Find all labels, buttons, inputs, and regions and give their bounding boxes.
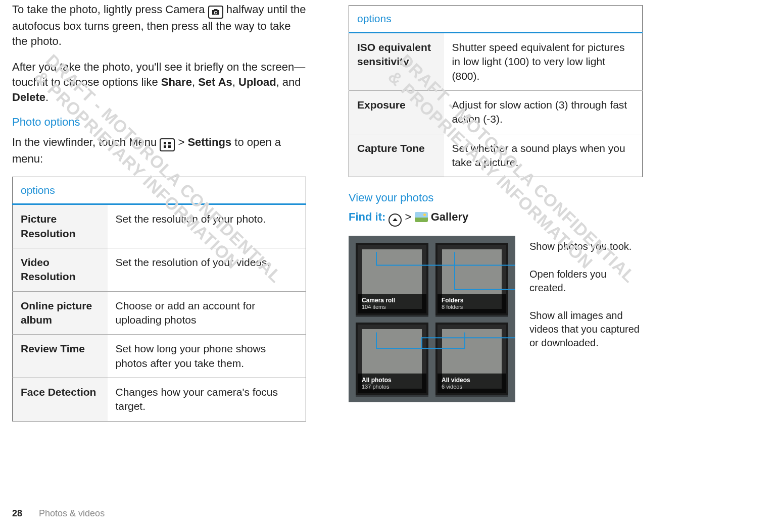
- section-heading: Photo options: [12, 116, 306, 129]
- annotation: Open folders you created.: [529, 268, 643, 295]
- option-desc: Shutter speed equivalent for pictures in…: [444, 33, 643, 91]
- table-header: options: [13, 177, 306, 204]
- option-desc: Set how long your phone shows photos aft…: [108, 335, 306, 378]
- option-desc: Choose or add an account for uploading p…: [108, 291, 306, 335]
- svg-rect-5: [168, 145, 171, 148]
- option-desc: Set the resolution of your videos.: [108, 248, 306, 291]
- svg-point-1: [215, 12, 217, 14]
- page-footer: 28 Photos & videos: [12, 508, 105, 519]
- table-row: Picture Resolution Set the resolution of…: [13, 204, 306, 248]
- option-desc: Adjust for slow action (3) through fast …: [444, 91, 643, 134]
- find-it-label: Find it:: [349, 210, 385, 223]
- gallery-tile-all-videos: All videos 6 videos: [435, 323, 508, 395]
- tile-title: All videos: [442, 377, 502, 384]
- tile-title: Camera roll: [362, 297, 422, 304]
- text: To take the photo, lightly press Camera: [12, 3, 208, 16]
- table-row: Exposure Adjust for slow action (3) thro…: [349, 91, 643, 134]
- table-row: Face Detection Changes how your camera's…: [13, 378, 306, 421]
- table-row: Online picture album Choose or add an ac…: [13, 291, 306, 335]
- bold-text: Share: [161, 76, 192, 88]
- gallery-tile-folders: Folders 8 folders: [435, 243, 508, 315]
- gallery-icon: [415, 212, 428, 222]
- option-name: ISO equivalent sensitivity: [349, 33, 444, 91]
- text: >: [405, 210, 415, 223]
- tile-subtitle: 8 folders: [442, 304, 502, 310]
- tile-subtitle: 6 videos: [442, 384, 502, 390]
- bold-text: Set As: [198, 76, 232, 88]
- gallery-screenshot: Camera roll 104 items Folders 8 folders: [349, 236, 515, 402]
- paragraph: After you take the photo, you'll see it …: [12, 60, 306, 105]
- find-it-line: Find it: > Gallery: [349, 210, 643, 227]
- option-name: Online picture album: [13, 291, 108, 335]
- section-name: Photos & videos: [39, 508, 105, 518]
- options-table: options Picture Resolution Set the resol…: [12, 177, 306, 421]
- annotation-column: Show photos you took. Open folders you c…: [529, 236, 643, 402]
- camera-icon: [208, 6, 223, 19]
- option-name: Video Resolution: [13, 248, 108, 291]
- annotation: Show photos you took.: [529, 240, 643, 253]
- tile-subtitle: 104 items: [362, 304, 422, 310]
- right-column: options ISO equivalent sensitivity Shutt…: [349, 2, 643, 421]
- svg-rect-3: [168, 142, 171, 144]
- option-name: Picture Resolution: [13, 204, 108, 248]
- left-column: To take the photo, lightly press Camera …: [12, 2, 306, 421]
- page-number: 28: [12, 508, 22, 518]
- svg-rect-2: [164, 142, 166, 144]
- annotation: Show all images and videos that you capt…: [529, 309, 643, 350]
- bold-text: Settings: [187, 136, 231, 148]
- bold-text: Delete: [12, 91, 45, 103]
- section-heading: View your photos: [349, 191, 643, 204]
- bold-text: Upload: [238, 76, 276, 88]
- gallery-tile-camera-roll: Camera roll 104 items: [356, 243, 428, 315]
- option-name: Face Detection: [13, 378, 108, 421]
- paragraph: In the viewfinder, touch Menu > Settings…: [12, 135, 306, 167]
- table-header: options: [349, 6, 643, 33]
- option-name: Capture Tone: [349, 134, 444, 177]
- table-row: Capture Tone Set whether a sound plays w…: [349, 134, 643, 177]
- option-desc: Set whether a sound plays when you take …: [444, 134, 643, 177]
- text: In the viewfinder, touch Menu: [12, 136, 160, 148]
- option-desc: Set the resolution of your photo.: [108, 204, 306, 248]
- svg-rect-4: [164, 145, 166, 148]
- option-name: Review Time: [13, 335, 108, 378]
- option-desc: Changes how your camera's focus target.: [108, 378, 306, 421]
- tile-title: Folders: [442, 297, 502, 304]
- home-icon: [388, 214, 402, 227]
- option-name: Exposure: [349, 91, 444, 134]
- table-row: ISO equivalent sensitivity Shutter speed…: [349, 33, 643, 91]
- text: >: [178, 136, 187, 148]
- table-row: Video Resolution Set the resolution of y…: [13, 248, 306, 291]
- tile-subtitle: 137 photos: [362, 384, 422, 390]
- table-row: Review Time Set how long your phone show…: [13, 335, 306, 378]
- options-table: options ISO equivalent sensitivity Shutt…: [349, 5, 643, 177]
- menu-icon: [160, 138, 175, 151]
- gallery-tile-all-photos: All photos 137 photos: [356, 323, 428, 395]
- paragraph: To take the photo, lightly press Camera …: [12, 2, 306, 49]
- tile-title: All photos: [362, 377, 422, 384]
- app-name: Gallery: [431, 210, 469, 223]
